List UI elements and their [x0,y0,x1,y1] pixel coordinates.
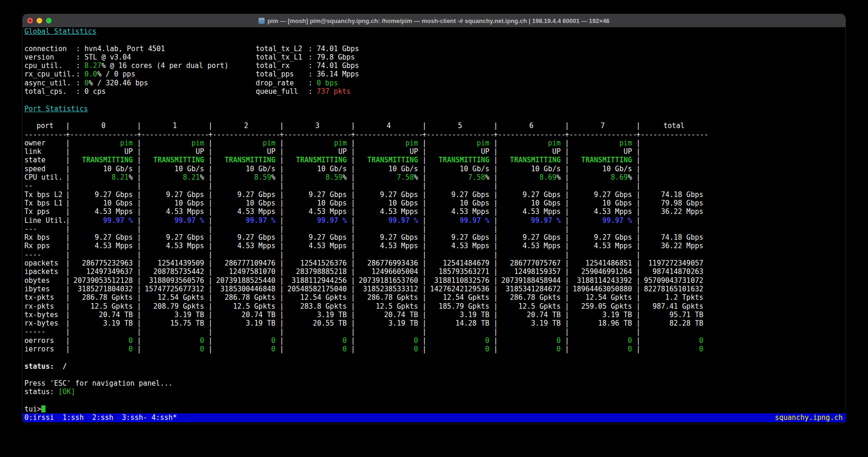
cell-value: 0 [129,336,133,345]
cell-value: 99.97 % [246,216,275,225]
column-divider: | [66,165,70,173]
column-divider: | [636,139,640,147]
table-cell [569,328,636,336]
cell-suffix: % [485,173,489,182]
table-cell: 1197272349057 [640,259,708,267]
cell-value: 20.74 TB [384,311,418,319]
column-divider: | [422,328,426,336]
terminal-content: Global Statistics connection: hvn4.lab, … [23,27,845,424]
cell-value: UP [552,147,561,156]
column-divider: | [280,336,284,345]
row-label: owner [24,139,66,147]
column-divider: | [66,345,70,353]
column-divider: | [565,259,569,267]
stat-label: cpu_util. [24,61,76,70]
table-cell: 18964463050880 [569,285,636,293]
document-icon [259,18,265,24]
table-cell: 259.05 Gpkts [569,302,636,311]
cell-value: 12.5 Gpkts [518,302,561,311]
cell-suffix: % [628,173,632,182]
cell-value: 259046991264 [581,267,632,276]
cell-value: 9.27 Gbps [309,233,347,242]
table-cell: 0 [355,336,422,345]
column-divider: | [636,233,640,242]
table-cell: 208785735442 [141,267,208,276]
table-cell: 99.97 % [355,216,422,225]
cell-value: 9.27 Gbps [237,233,275,242]
column-divider: | [280,345,284,353]
stat-colon: : [76,61,84,70]
column-divider: | [422,182,426,190]
column-divider: | [494,122,498,130]
column-divider: | [422,225,426,233]
cell-value: TRANSMITTING [367,156,418,164]
column-divider: | [351,147,355,156]
table-cell: 286777109476 [213,259,280,267]
table-cell: UP [426,147,494,156]
table-cell: 95.71 TB [640,311,708,319]
stat-label: total_rx [256,61,308,70]
column-divider: | [565,233,569,242]
table-cell: 0 [70,345,137,353]
cell-value: 0 [699,336,703,345]
cell-value: 0 [343,345,347,353]
cell-value: 14.28 TB [456,319,489,328]
table-cell: 10 Gbps [569,199,636,207]
column-divider: | [280,190,284,199]
column-divider: | [351,311,355,319]
table-cell: 12.54 Gpkts [426,293,494,302]
table-cell: 9.27 Gbps [284,233,351,242]
table-row: oerrors|0|0|0|0|0|0|0|0|0 [23,336,845,345]
cell-value: 3.19 TB [317,311,347,319]
row-label: ierrors [24,345,66,353]
table-cell: 4.53 Mpps [498,242,565,250]
cell-value: 3.19 TB [460,311,489,319]
stat-colon: : [308,79,317,87]
row-label: Line Util. [24,216,66,225]
table-cell: TRANSMITTING [141,156,208,164]
column-divider: | [494,173,498,182]
column-divider: | [66,319,70,328]
cell-value: 20739188458944 [502,276,561,285]
table-cell: UP [284,147,351,156]
status-ok-label: status: [24,388,58,396]
table-cell: 12.5 Gpkts [355,302,422,311]
table-cell: 9.27 Gbps [70,233,137,242]
cell-value: 3.19 TB [602,311,632,319]
global-stats-left: connection: hvn4.lab, Port 4501version: … [23,45,254,96]
tmux-hostname: squanchy.ipng.ch [775,413,843,422]
row-label: ibytes [24,285,66,293]
cell-value: 18.96 TB [598,319,632,328]
window-titlebar: pim — [mosh] pim@squanchy.ipng.ch: /home… [23,14,845,27]
column-divider: | [137,225,141,233]
rule-dashes: ------------------------------ [426,130,494,139]
table-cell: 0 [141,345,208,353]
table-cell: TRANSMITTING [284,156,351,164]
cell-value: 99.97 % [460,216,489,225]
table-cell: 4.53 Mpps [141,242,208,250]
column-divider: | [565,207,569,216]
cell-value: 0 [556,336,561,345]
table-cell [70,225,137,233]
column-divider: | [66,225,70,233]
cell-value: 10 Gbps [388,199,418,207]
cell-value: 3188112944256 [292,276,347,285]
table-cell [569,225,636,233]
cell-value: 3.19 TB [388,319,418,328]
column-divider: | [494,302,498,311]
column-divider: | [280,216,284,225]
cell-value: 208785735442 [153,267,204,276]
table-row: speed|10 Gb/s|10 Gb/s|10 Gb/s|10 Gb/s|10… [23,165,845,173]
row-label: Rx pps [24,242,66,250]
cell-value: 12498159357 [514,267,561,276]
column-divider: | [636,319,640,328]
cell-value: 10 Gb/s [460,165,489,173]
cell-value: 9.27 Gbps [166,233,204,242]
table-cell [284,251,351,259]
cell-value: 987.41 Gpkts [653,302,703,311]
rule-plus: + [137,130,141,139]
prompt-line[interactable]: tui> [23,405,845,413]
table-cell: 4.53 Mpps [70,242,137,250]
table-cell: 3188093560576 [141,276,208,285]
stat-label: connection [24,45,76,53]
